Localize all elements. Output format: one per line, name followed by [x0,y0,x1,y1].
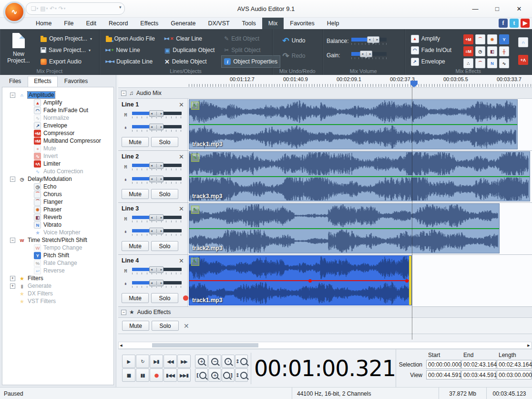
tab-help[interactable]: Help [321,18,346,29]
tab-file[interactable]: File [58,18,80,29]
tree-item-delay-modulation[interactable]: −◷Delay/Modulation [3,175,113,183]
zoom-out-button[interactable]: − [208,355,221,368]
edit-pencil-icon[interactable]: ✎ [191,154,199,162]
tree-item-tempo-change[interactable]: WTempo Change [3,244,113,252]
tree-item-echo[interactable]: ◷Echo [3,183,113,190]
rewind-button[interactable]: ◀◀ [164,355,177,368]
edit-pencil-icon[interactable]: ✎ [191,102,199,110]
tree-item-envelope[interactable]: ↗Envelope [3,122,113,129]
zoom-100-button[interactable]: · [222,355,235,368]
close-line-icon[interactable]: ✕ [179,101,184,108]
equalizer-icon[interactable]: ╫ [499,46,509,56]
envelope-button[interactable]: ↗ Envelope [409,56,454,67]
mute-button[interactable]: Mute [122,137,149,147]
multiband-compressor-icon[interactable]: ≡M [463,46,473,56]
line-balance-slider[interactable]: ◂▸ [132,268,182,271]
split-object-button[interactable]: ✂ Split Object [222,44,280,56]
youtube-icon[interactable]: ▶ [521,19,530,28]
solo-button[interactable]: Solo [151,189,178,199]
view-start-field[interactable]: 00:00:44.591 [426,370,461,379]
echo-icon[interactable]: ◷ [475,46,485,56]
limiter-icon[interactable]: +Λ [518,55,528,65]
volume-envelope-line[interactable] [189,228,499,229]
effects-mute-button[interactable]: Mute [122,321,149,331]
line-volume-slider[interactable]: ◂▸ [132,281,182,284]
tree-item-rate-change[interactable]: %Rate Change [3,259,113,267]
new-line-button[interactable]: ▶◀+ New Line [103,44,157,56]
selection-length-field[interactable]: 00:02:43.164 [497,360,532,369]
volume-envelope-line[interactable] [189,124,517,125]
scroll-left-icon[interactable]: ◀ [119,342,123,348]
tree-item-time-stretch[interactable]: −WTime Stretch/Pitch Shift [3,236,113,244]
tree-item-mute[interactable]: ●Mute [3,145,113,152]
zoom-all-button[interactable]: + [208,368,221,382]
tab-record[interactable]: Record [102,18,134,29]
expand-icon[interactable]: + [10,276,15,281]
tree-item-voice-morpher[interactable]: ★Voice Morpher [3,229,113,236]
horizontal-scrollbar[interactable]: ◀ ▶ [118,342,532,349]
auto-correction-icon[interactable]: ∴ [463,58,473,68]
view-end-field[interactable]: 00:03:44.591 [461,370,496,379]
balance-handle[interactable]: ◂▸ [149,266,164,273]
mute-button[interactable]: Mute [122,189,149,199]
twitter-icon[interactable]: t [510,19,519,28]
solo-button[interactable]: Solo [151,137,178,147]
envelope-point[interactable] [308,279,312,283]
sidebar-tab-favorites[interactable]: Favorites [58,76,94,87]
edit-pencil-icon[interactable]: ✎ [191,206,199,214]
tab-tools[interactable]: Tools [236,18,262,29]
line-volume-slider[interactable]: ◂▸ [132,125,182,128]
zoom-in-button[interactable]: + [195,355,208,368]
quick-access-toolbar[interactable]: ❏▾▤▾↶▾↷▾ [26,2,125,15]
gain-slider-handle[interactable]: ◂▸ [360,51,372,57]
undo-button[interactable]: ↶ Undo [280,35,318,46]
chorus-icon[interactable]: ⌒ [475,34,485,44]
play-to-end-button[interactable]: ▶▮ [150,355,163,368]
tab-edit[interactable]: Edit [80,18,103,29]
edit-object-button[interactable]: ✎ Edit Object [222,33,280,44]
line-balance-slider[interactable]: ◂▸ [132,164,182,167]
volume-handle[interactable]: ◂▸ [149,176,164,182]
tab-generate[interactable]: Generate [164,18,202,29]
solo-button[interactable]: Solo [151,241,178,251]
balance-handle[interactable]: ◂▸ [149,162,164,169]
undo-icon[interactable]: ↶▾ [50,5,57,12]
minimize-button[interactable]: — [464,0,486,17]
stop-button[interactable]: ■ [122,368,135,382]
view-length-field[interactable]: 00:03:00.000 [497,370,532,379]
zoom-vertical-out-button[interactable]: ↕ [235,368,248,382]
quick-access-more-icon[interactable]: ▾ [119,5,122,10]
tree-item-chorus[interactable]: ⌒Chorus [3,190,113,198]
tab-home[interactable]: Home [30,18,58,29]
go-to-start-button[interactable]: ▮◀◀ [164,368,177,382]
object-properties-button[interactable]: i Object Properties [222,56,280,67]
tree-item-vst-filters[interactable]: −★VST Filters [3,297,113,305]
tree-item-reverb[interactable]: ◧Reverb [3,213,113,221]
tree-item-auto-correction[interactable]: ∿Auto Correction [3,168,113,175]
redo-button[interactable]: ↷ Redo [280,50,318,62]
envelope-point[interactable] [405,279,409,283]
pitch-shift-icon[interactable]: Y [499,34,509,44]
sidebar-tab-files[interactable]: Files [3,76,27,87]
tree-item-limiter[interactable]: +ΛLimiter [3,160,113,168]
mute-button[interactable]: Mute [122,293,149,303]
close-line-icon[interactable]: ✕ [179,257,184,264]
volume-handle[interactable]: ◂▸ [149,228,164,234]
open-project-button[interactable]: Open Project...▾ [38,33,94,44]
tree-item-phaser[interactable]: ❋Phaser [3,206,113,213]
duplicate-line-button[interactable]: ▶◀▶◀ Duplicate Line [103,56,157,67]
scroll-right-icon[interactable]: ▶ [526,342,531,348]
open-icon[interactable]: ❏▾ [31,5,38,12]
loop-button[interactable]: ↻ [136,355,149,368]
close-icon[interactable]: ✕ [184,322,189,330]
audio-clip[interactable]: ✎track1.mp3 [189,99,518,149]
balance-handle[interactable]: ◂▸ [149,110,164,117]
collapse-icon[interactable]: − [10,93,15,98]
new-project-button[interactable]: New Project... [4,32,33,67]
audio-clip[interactable]: ✎track2.mp3 [189,203,500,253]
save-project-button[interactable]: Save Project...▾ [38,44,94,56]
export-audio-button[interactable]: Export Audio [38,56,94,67]
noise-removal-icon[interactable]: ∿ [499,58,509,68]
phaser-icon[interactable]: ❋ [487,34,497,44]
pause-button[interactable]: ▮▮ [136,368,149,382]
